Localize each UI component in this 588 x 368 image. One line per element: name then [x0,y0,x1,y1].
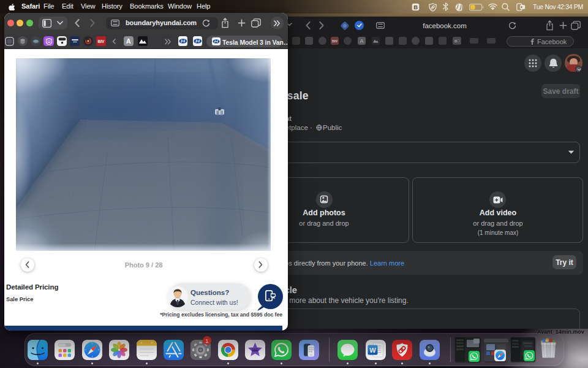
svg-text:W: W [369,347,376,354]
svg-text:B: B [413,4,418,10]
